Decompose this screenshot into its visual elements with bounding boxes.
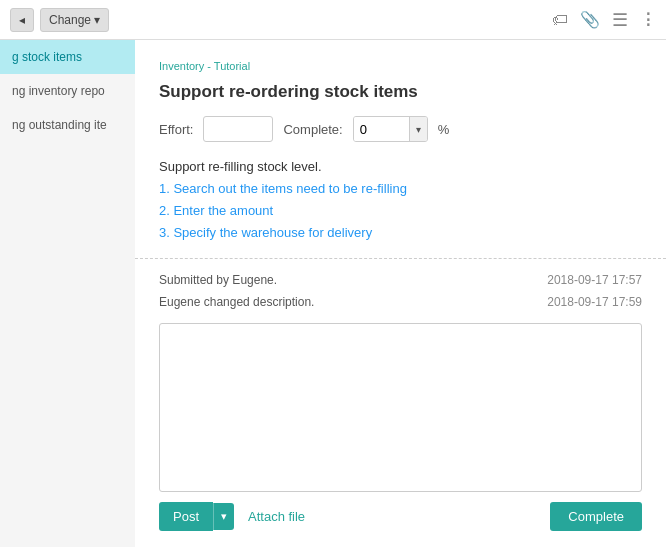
more-icon[interactable]: ⋮ <box>640 10 656 29</box>
sidebar: g stock items ng inventory repo ng outst… <box>0 40 135 547</box>
back-arrow-icon: ◂ <box>19 13 25 27</box>
change-arrow-icon: ▾ <box>94 13 100 27</box>
post-arrow-button[interactable]: ▾ <box>213 503 234 530</box>
percent-symbol: % <box>438 122 450 137</box>
complete-input[interactable] <box>354 117 409 141</box>
description-item-1: 1. Search out the items need to be re-fi… <box>159 178 642 200</box>
toolbar-icons: 🏷 📎 ☰ ⋮ <box>552 9 656 31</box>
modal-panel: Inventory - Tutorial Support re-ordering… <box>135 40 666 547</box>
comment-textarea[interactable] <box>159 323 642 492</box>
attach-file-link[interactable]: Attach file <box>248 509 305 524</box>
top-bar: ◂ Change ▾ 🏷 📎 ☰ ⋮ <box>0 0 666 40</box>
history-time-2: 2018-09-17 17:59 <box>547 295 642 309</box>
change-button[interactable]: Change ▾ <box>40 8 109 32</box>
history-divider <box>135 258 666 259</box>
history-text-1: Submitted by Eugene. <box>159 273 277 287</box>
action-bar: Post ▾ Attach file Complete <box>159 502 642 531</box>
effort-complete-row: Effort: Complete: ▾ % <box>159 116 642 142</box>
page-title: Support re-ordering stock items <box>159 82 642 102</box>
tag-icon[interactable]: 🏷 <box>552 11 568 29</box>
complete-spinner[interactable]: ▾ <box>409 117 427 141</box>
sidebar-item-stock-items[interactable]: g stock items <box>0 40 135 74</box>
post-button[interactable]: Post <box>159 502 213 531</box>
history-item-1: Submitted by Eugene. 2018-09-17 17:57 <box>159 269 642 291</box>
comment-area-wrapper <box>159 323 642 492</box>
paperclip-icon[interactable]: 📎 <box>580 10 600 29</box>
description-block: Support re-filling stock level. 1. Searc… <box>159 156 642 244</box>
complete-field-wrapper: ▾ <box>353 116 428 142</box>
effort-label: Effort: <box>159 122 193 137</box>
history-item-2: Eugene changed description. 2018-09-17 1… <box>159 291 642 313</box>
change-label: Change <box>49 13 91 27</box>
description-item-3: 3. Specify the warehouse for delivery <box>159 222 642 244</box>
effort-input[interactable] <box>203 116 273 142</box>
complete-button[interactable]: Complete <box>550 502 642 531</box>
sidebar-item-inventory-repo[interactable]: ng inventory repo <box>0 74 135 108</box>
history-time-1: 2018-09-17 17:57 <box>547 273 642 287</box>
breadcrumb: Inventory - Tutorial <box>159 60 642 72</box>
sidebar-item-outstanding[interactable]: ng outstanding ite <box>0 108 135 142</box>
back-button[interactable]: ◂ <box>10 8 34 32</box>
description-header: Support re-filling stock level. <box>159 156 642 178</box>
history-text-2: Eugene changed description. <box>159 295 314 309</box>
post-arrow-icon: ▾ <box>221 510 227 522</box>
complete-label: Complete: <box>283 122 342 137</box>
list-icon[interactable]: ☰ <box>612 9 628 31</box>
description-item-2: 2. Enter the amount <box>159 200 642 222</box>
